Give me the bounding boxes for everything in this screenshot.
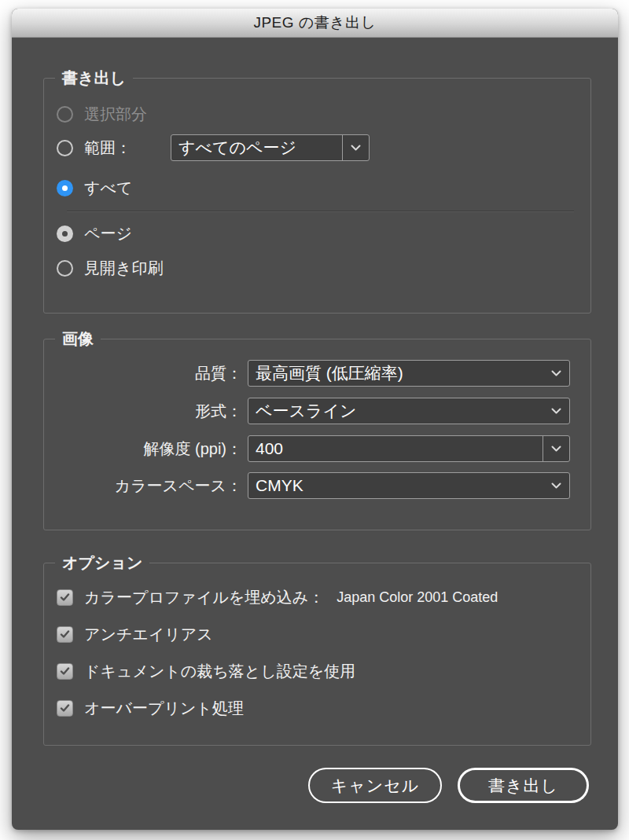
chevron-down-icon <box>543 398 569 424</box>
range-dropdown[interactable]: すべてのページ <box>171 134 370 161</box>
pages-radio-label: ページ <box>84 223 132 244</box>
resolution-value[interactable]: 400 <box>248 439 543 458</box>
format-dropdown[interactable]: ベースライン <box>248 398 570 424</box>
colorspace-dropdown-value: CMYK <box>248 476 543 495</box>
range-radio-label: 範囲： <box>84 138 131 159</box>
radio-row-all[interactable]: すべて <box>57 178 132 197</box>
bleed-settings-checkbox-row[interactable]: ドキュメントの裁ち落とし設定を使用 <box>57 661 355 681</box>
quality-label: 品質： <box>44 360 242 387</box>
spreads-radio-label: 見開き印刷 <box>84 258 163 279</box>
check-icon[interactable] <box>57 700 73 717</box>
all-radio[interactable] <box>57 180 73 196</box>
radio-row-range[interactable]: 範囲： <box>57 138 131 157</box>
quality-dropdown-value: 最高画質 (低圧縮率) <box>248 362 543 384</box>
radio-row-spreads[interactable]: 見開き印刷 <box>57 259 163 277</box>
export-button[interactable]: 書き出し <box>458 768 589 803</box>
embed-profile-label: カラープロファイルを埋め込み： <box>84 587 324 608</box>
antialias-label: アンチエイリアス <box>84 624 213 645</box>
overprint-checkbox-row[interactable]: オーバープリント処理 <box>57 698 244 718</box>
check-icon[interactable] <box>57 626 73 643</box>
options-group-legend: オプション <box>55 552 149 573</box>
chevron-down-icon <box>543 361 569 386</box>
cancel-button[interactable]: キャンセル <box>308 768 442 803</box>
radio-row-pages[interactable]: ページ <box>57 224 132 243</box>
radio-row-selection[interactable]: 選択部分 <box>57 105 147 123</box>
chevron-down-icon[interactable] <box>342 135 369 160</box>
spreads-radio[interactable] <box>57 260 73 277</box>
check-icon[interactable] <box>57 663 73 680</box>
export-group: 書き出し 選択部分 範囲： すべてのページ すべて ページ 見開き印刷 <box>43 78 591 314</box>
radio-group-separator <box>67 211 574 211</box>
dialog-title: JPEG の書き出し <box>253 13 376 33</box>
chevron-down-icon[interactable] <box>543 436 569 461</box>
selection-radio <box>57 106 73 123</box>
bleed-settings-label: ドキュメントの裁ち落とし設定を使用 <box>84 661 355 682</box>
antialias-checkbox-row[interactable]: アンチエイリアス <box>57 624 213 644</box>
colorspace-label: カラースペース： <box>44 472 242 499</box>
format-label: 形式： <box>44 398 242 424</box>
export-group-legend: 書き出し <box>55 68 133 88</box>
jpeg-export-dialog: JPEG の書き出し 書き出し 選択部分 範囲： すべてのページ すべて ページ <box>12 9 618 830</box>
format-dropdown-value: ベースライン <box>248 400 543 422</box>
quality-dropdown[interactable]: 最高画質 (低圧縮率) <box>248 360 570 387</box>
resolution-label: 解像度 (ppi)： <box>44 435 242 462</box>
selection-radio-label: 選択部分 <box>84 104 147 125</box>
title-bar[interactable]: JPEG の書き出し <box>12 9 618 38</box>
range-dropdown-value: すべてのページ <box>171 137 342 159</box>
options-group: オプション カラープロファイルを埋め込み： Japan Color 2001 C… <box>43 563 591 746</box>
resolution-combo[interactable]: 400 <box>248 435 570 462</box>
all-radio-label: すべて <box>84 178 132 199</box>
chevron-down-icon <box>543 473 569 498</box>
check-icon[interactable] <box>57 589 73 606</box>
image-group-legend: 画像 <box>55 328 101 349</box>
image-group: 画像 品質： 最高画質 (低圧縮率) 形式： ベースライン 解像度 (ppi)：… <box>43 339 591 530</box>
colorspace-dropdown[interactable]: CMYK <box>248 472 570 499</box>
range-radio[interactable] <box>57 140 73 156</box>
embed-profile-value: Japan Color 2001 Coated <box>337 589 498 606</box>
pages-radio[interactable] <box>57 226 73 242</box>
embed-profile-checkbox-row[interactable]: カラープロファイルを埋め込み： Japan Color 2001 Coated <box>57 587 498 607</box>
overprint-label: オーバープリント処理 <box>84 698 244 719</box>
